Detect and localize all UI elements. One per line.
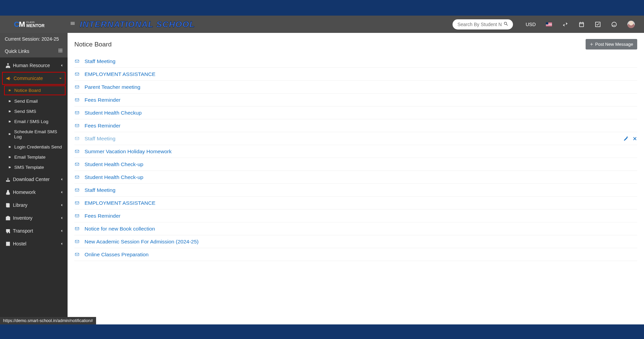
notice-title[interactable]: Student Health Check-up xyxy=(85,174,143,180)
subitem-label: Schedule Email SMS Log xyxy=(14,129,63,139)
language-flag[interactable] xyxy=(541,16,557,33)
notice-row[interactable]: Staff Meeting xyxy=(74,184,637,197)
sidebar-item-human-resource[interactable]: Human Resource xyxy=(0,59,68,72)
notice-title[interactable]: EMPLOYMENT ASSISTANCE xyxy=(85,71,155,77)
notice-title[interactable]: Notice for new Book collection xyxy=(85,226,155,232)
notice-row[interactable]: Online Classes Preparation xyxy=(74,248,637,261)
envelope-icon xyxy=(74,72,80,76)
sidebar-subitem-email-template[interactable]: Email Template xyxy=(0,152,68,162)
currency-selector[interactable]: USD xyxy=(520,16,541,33)
envelope-icon xyxy=(74,214,80,218)
inventory-icon xyxy=(5,216,13,221)
chevron-down-icon xyxy=(59,76,62,81)
notice-title[interactable]: Staff Meeting xyxy=(85,187,115,193)
subitem-label: SMS Template xyxy=(14,165,44,170)
notice-row[interactable]: Student Health Checkup xyxy=(74,106,637,119)
envelope-icon xyxy=(74,111,80,115)
sidebar-subitem-notice-board[interactable]: Notice Board xyxy=(4,85,66,95)
top-strip xyxy=(0,0,644,16)
sidebar-submenu: Notice BoardSend EmailSend SMSEmail / SM… xyxy=(0,85,68,173)
search-icon[interactable] xyxy=(503,21,508,27)
edit-icon[interactable] xyxy=(624,136,628,141)
notice-title[interactable]: Staff Meeting xyxy=(85,58,115,64)
notice-title[interactable]: Summer Vacation Holiday Homework xyxy=(85,148,171,155)
notice-row[interactable]: Staff Meeting xyxy=(74,55,637,68)
envelope-icon xyxy=(74,98,80,102)
notice-row[interactable]: EMPLOYMENT ASSISTANCE xyxy=(74,197,637,210)
svg-text:CLASS: CLASS xyxy=(26,21,35,23)
school-name: INTERNATIONAL SCHOOL xyxy=(80,20,195,29)
chevron-left-icon xyxy=(60,177,63,182)
sidebar-subitem-schedule-email-sms-log[interactable]: Schedule Email SMS Log xyxy=(0,126,68,142)
notice-title[interactable]: Student Health Checkup xyxy=(85,110,142,116)
swap-icon[interactable] xyxy=(557,16,573,33)
download-icon xyxy=(5,177,13,182)
grid-icon xyxy=(58,48,63,54)
chevron-left-icon xyxy=(60,202,63,208)
double-chevron-icon xyxy=(8,100,11,103)
sidebar-subitem-sms-template[interactable]: SMS Template xyxy=(0,162,68,172)
sidebar-item-communicate[interactable]: Communicate xyxy=(2,72,66,85)
subitem-label: Email / SMS Log xyxy=(14,119,49,124)
notice-title[interactable]: Fees Reminder xyxy=(85,123,121,129)
avatar-image xyxy=(627,21,635,28)
svg-text:C: C xyxy=(14,20,19,28)
envelope-icon xyxy=(74,226,80,231)
notice-title[interactable]: Student Health Check-up xyxy=(85,161,143,167)
envelope-icon xyxy=(74,85,80,89)
delete-icon[interactable] xyxy=(632,136,637,141)
nav-label: Hostel xyxy=(13,241,26,246)
notice-title[interactable]: New Academic Session For Admission (2024… xyxy=(85,239,199,245)
student-search-box[interactable] xyxy=(453,19,513,29)
nav-label: Library xyxy=(13,202,27,208)
double-chevron-icon xyxy=(8,156,11,159)
notice-row[interactable]: Summer Vacation Holiday Homework xyxy=(74,145,637,158)
notice-row[interactable]: EMPLOYMENT ASSISTANCE xyxy=(74,68,637,81)
sidebar-item-hostel[interactable]: Hostel xyxy=(0,237,68,250)
envelope-icon xyxy=(74,175,80,179)
notice-title[interactable]: Parent Teacher meeting xyxy=(85,84,140,90)
bus-icon xyxy=(5,228,13,234)
envelope-icon xyxy=(74,149,80,154)
sidebar-nav: Human ResourceCommunicateNotice BoardSen… xyxy=(0,58,68,324)
tasks-icon[interactable] xyxy=(590,16,606,33)
current-session-label: Current Session: 2024-25 xyxy=(0,33,68,45)
sidebar-item-inventory[interactable]: Inventory xyxy=(0,212,68,224)
main-header: C M CLASS MENTOR INTERNATIONAL SCHOOL US… xyxy=(0,16,644,33)
notice-row[interactable]: Fees Reminder xyxy=(74,210,637,222)
student-search-input[interactable] xyxy=(457,22,501,27)
notice-title[interactable]: Fees Reminder xyxy=(85,213,121,219)
envelope-icon xyxy=(74,239,80,244)
post-new-message-button[interactable]: Post New Message xyxy=(586,39,637,49)
notice-row[interactable]: Student Health Check-up xyxy=(74,171,637,184)
menu-toggle-icon[interactable] xyxy=(68,21,78,28)
notice-title[interactable]: Online Classes Preparation xyxy=(85,252,149,258)
bullhorn-icon xyxy=(6,76,14,81)
notice-title[interactable]: EMPLOYMENT ASSISTANCE xyxy=(85,200,155,206)
nav-label: Human Resource xyxy=(13,63,50,68)
sidebar-subitem-login-credentials-send[interactable]: Login Credentials Send xyxy=(0,142,68,152)
user-avatar[interactable] xyxy=(622,16,640,33)
notice-title[interactable]: Staff Meeting xyxy=(85,136,115,142)
sidebar-subitem-send-sms[interactable]: Send SMS xyxy=(0,106,68,116)
notice-title[interactable]: Fees Reminder xyxy=(85,97,121,103)
notice-row[interactable]: Parent Teacher meeting xyxy=(74,81,637,94)
calendar-icon[interactable] xyxy=(573,16,590,33)
whatsapp-icon[interactable] xyxy=(606,16,622,33)
notice-row[interactable]: Notice for new Book collection xyxy=(74,222,637,235)
sidebar-item-homework[interactable]: Homework xyxy=(0,186,68,199)
sidebar-subitem-send-email[interactable]: Send Email xyxy=(0,96,68,106)
notice-row[interactable]: Fees Reminder xyxy=(74,94,637,106)
notice-row[interactable]: Student Health Check-up xyxy=(74,158,637,171)
brand-logo[interactable]: C M CLASS MENTOR xyxy=(0,16,68,33)
subitem-label: Send SMS xyxy=(14,109,36,114)
sidebar-item-download-center[interactable]: Download Center xyxy=(0,173,68,186)
notice-row[interactable]: Fees Reminder xyxy=(74,119,637,132)
notice-row[interactable]: Staff Meeting xyxy=(74,132,637,145)
subitem-label: Send Email xyxy=(14,99,38,104)
sidebar-item-library[interactable]: Library xyxy=(0,199,68,212)
notice-row[interactable]: New Academic Session For Admission (2024… xyxy=(74,235,637,248)
sidebar-subitem-email-sms-log[interactable]: Email / SMS Log xyxy=(0,116,68,126)
sidebar-item-transport[interactable]: Transport xyxy=(0,224,68,237)
quick-links-button[interactable]: Quick Links xyxy=(0,45,68,58)
